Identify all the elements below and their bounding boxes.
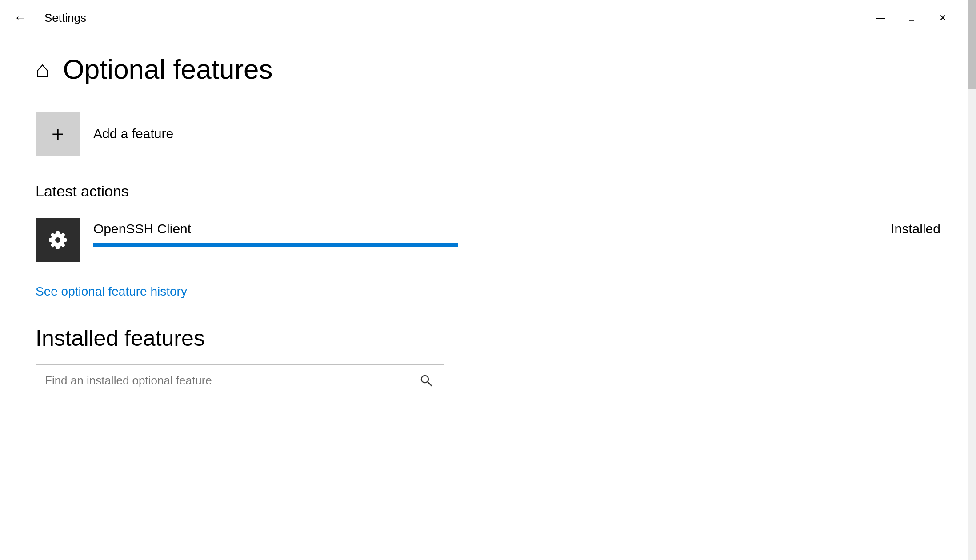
scrollbar-thumb[interactable] <box>968 0 976 89</box>
back-button[interactable]: ← <box>9 7 31 29</box>
search-input[interactable] <box>45 374 417 388</box>
svg-point-0 <box>421 376 428 383</box>
latest-actions-header: Latest actions <box>36 183 940 200</box>
window-title: Settings <box>44 11 86 25</box>
feature-history-link[interactable]: See optional feature history <box>36 284 187 299</box>
feature-name-row: OpenSSH Client Installed <box>93 221 940 236</box>
search-icon-svg <box>420 374 432 387</box>
search-icon <box>417 372 435 389</box>
add-feature-label: Add a feature <box>93 126 173 141</box>
plus-icon: + <box>52 122 64 146</box>
maximize-button[interactable]: □ <box>896 7 927 29</box>
add-feature-icon: + <box>36 112 80 156</box>
add-feature-button[interactable]: + Add a feature <box>36 112 940 156</box>
title-bar: ← Settings — □ ✕ <box>0 0 976 36</box>
page-title: Optional features <box>63 53 272 85</box>
minimize-button[interactable]: — <box>865 7 896 29</box>
progress-bar <box>93 243 458 247</box>
svg-line-1 <box>428 382 432 386</box>
installed-features-header: Installed features <box>36 325 940 351</box>
scrollbar[interactable] <box>968 0 976 560</box>
feature-item-openssh: OpenSSH Client Installed <box>36 218 940 262</box>
title-bar-controls: — □ ✕ <box>865 7 958 29</box>
page-header: ⌂ Optional features <box>36 53 940 85</box>
openssh-feature-icon <box>36 218 80 262</box>
progress-bar-fill <box>93 243 458 247</box>
feature-status: Installed <box>891 221 940 236</box>
openssh-feature-info: OpenSSH Client Installed <box>93 218 940 247</box>
gear-icon <box>45 228 70 252</box>
home-icon: ⌂ <box>36 58 49 81</box>
main-content: ⌂ Optional features + Add a feature Late… <box>0 36 976 414</box>
feature-name: OpenSSH Client <box>93 221 191 236</box>
title-bar-left: ← Settings <box>9 7 86 29</box>
close-button[interactable]: ✕ <box>927 7 958 29</box>
installed-features-search-box[interactable] <box>36 364 444 396</box>
